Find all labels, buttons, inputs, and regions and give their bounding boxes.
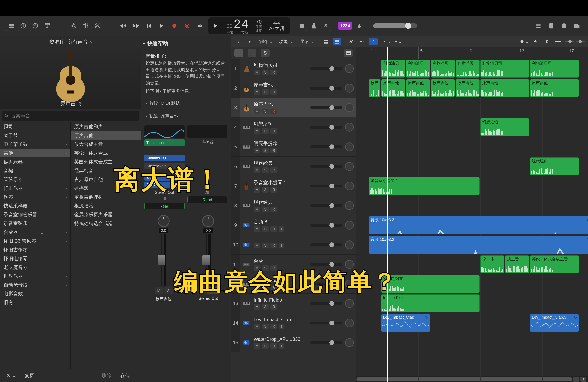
track-m-button[interactable]: M [253,109,260,114]
track-i-button[interactable]: I [279,243,284,248]
track-pan-knob[interactable] [345,123,354,132]
track-volume-slider[interactable] [310,126,342,129]
library-item[interactable]: 怀旧古钢琴› [0,245,70,254]
library-item[interactable]: 老式魔音琴› [0,263,70,272]
send-b11[interactable]: B 11 [144,175,178,181]
view-menu[interactable]: 显示 [298,38,316,45]
zoom-fit-icon[interactable]: ⟷ [554,38,562,45]
help-toggle[interactable]: ? [30,20,41,31]
lcd-timesig[interactable]: 4/4 [273,20,280,26]
track-volume-slider[interactable] [310,106,342,109]
search-input[interactable] [1,111,139,121]
library-item[interactable]: 世界乐器› [0,272,70,281]
library-item[interactable]: 电子架子鼓› [0,140,70,149]
catch-playhead-icon[interactable] [369,38,378,45]
region[interactable]: 成主音 [505,255,529,273]
track-name[interactable]: 音频 8 [253,219,310,225]
send-knob-2[interactable] [179,182,185,188]
media-browser-icon[interactable] [572,20,582,31]
region[interactable]: 原声吉他 [406,79,430,97]
region[interactable]: 利物浦贝司 [530,59,579,77]
track-s-button[interactable]: S [262,187,269,192]
list-view-icon[interactable] [333,38,341,45]
library-item[interactable]: 怀旧 B3 管风琴› [0,237,70,245]
track-s-button[interactable]: S [262,243,269,248]
track-name[interactable]: 原声吉他 [253,81,310,88]
ruler[interactable]: 1591317 [357,47,588,58]
track-s-button[interactable]: S [262,128,269,134]
master-volume-slider[interactable] [373,23,417,28]
library-gear-icon[interactable]: ⊙ ⌄ [4,372,18,380]
track-pan-knob[interactable] [345,280,354,288]
region[interactable]: 原声吉他 [456,79,480,97]
region[interactable]: 英伦一体式合成主音 [530,255,579,273]
track-header[interactable]: 2 原声吉他 MSR [231,78,356,98]
lcd-display[interactable]: 00 2 4 小节 节拍 70 保留 速度 4/4 A♭大调 [209,17,290,34]
track-volume-slider[interactable] [310,302,342,305]
region[interactable]: 经典电钢琴 [381,275,480,293]
library-toggle[interactable] [6,20,16,31]
add-track-button[interactable]: + [234,49,243,57]
track-i-button[interactable]: I [279,343,284,349]
track-volume-slider[interactable] [310,263,342,266]
library-item[interactable]: 根源摇滚 [71,201,141,210]
library-item[interactable]: 录音室弦乐› [0,219,70,228]
track-r-button[interactable]: R [270,70,277,75]
arrangement[interactable]: −+ 利物浦贝利物浦贝利物浦贝利物浦贝利物浦贝司利物浦贝司原声原声吉他原声吉他原… [357,59,588,382]
track-r-button[interactable]: R [270,148,277,153]
library-item[interactable]: 定相吉他弹拨 [71,192,141,201]
go-to-start-button[interactable] [144,21,153,30]
capture-record-button[interactable] [183,21,192,30]
library-item[interactable]: 电影音效› [0,289,70,298]
library-item[interactable]: 原声吉他和声 [71,122,141,131]
automation-read-2[interactable]: Read [188,196,228,203]
track-s-button[interactable]: S [262,343,269,349]
fader-2[interactable] [206,234,207,286]
track-m-button[interactable]: M [253,128,260,134]
track-volume-slider[interactable] [310,204,342,207]
replace-mode-icon[interactable] [297,20,307,31]
track-m-button[interactable]: M [253,187,260,192]
mute-btn-2[interactable]: M [197,287,206,294]
eq-thumbnail[interactable] [144,125,185,138]
region[interactable]: 利物浦贝 [431,59,455,77]
region[interactable]: 幻想之锤 [480,118,529,136]
track-volume-slider[interactable] [310,145,342,148]
secondary-tool-icon[interactable]: + ⌄ [394,38,403,45]
track-header[interactable]: 9 音频 8 MSRI [231,215,356,235]
track-m-button[interactable]: M [253,324,260,329]
track-m-button[interactable]: M [253,243,260,248]
play-button[interactable] [157,21,166,30]
solo-btn-1[interactable]: S [164,287,173,294]
track-s-button[interactable]: S [262,226,269,232]
tuner-icon[interactable] [354,20,364,31]
region[interactable]: 原声 [369,79,380,97]
plugin-slot-channel-eq[interactable]: Channel EQ [144,155,185,161]
bounce-btn[interactable]: Bnc [207,287,219,294]
region[interactable]: Lev_Impact_Clap↻ [381,314,430,332]
region[interactable]: 现代经典 [530,157,579,175]
library-item[interactable]: 架子鼓› [0,131,70,140]
track-r-button[interactable]: R [270,187,277,192]
track-header[interactable]: 5 明亮手提箱 MSR [231,137,356,157]
library-item[interactable]: 特威德精选合成器 [71,219,141,228]
track-r-button[interactable]: R [270,343,277,349]
track-pan-knob[interactable] [345,319,354,327]
library-item[interactable]: 经典纯音 [71,166,141,175]
waveform-zoom-icon[interactable] [531,38,540,45]
track-name[interactable]: 利物浦贝司 [253,62,310,68]
track-name[interactable]: 幻想之锤 [253,121,310,127]
track-header[interactable]: 4 幻想之锤 MSR [231,117,356,137]
automation-icon[interactable] [346,38,355,45]
playhead[interactable] [387,59,388,382]
track-volume-slider[interactable] [310,67,342,70]
track-volume-slider[interactable] [310,87,342,90]
cycle-button[interactable] [196,21,204,30]
track-r-button[interactable]: R [270,304,277,310]
search-field[interactable] [11,113,137,119]
h-zoom-slider[interactable] [576,38,585,45]
duplicate-track-icon[interactable] [248,49,256,57]
save-button[interactable]: 存储… [118,371,137,380]
track-name[interactable]: 现代经典 [253,199,310,205]
track-name[interactable]: 录音室小提琴 1 [253,179,310,186]
